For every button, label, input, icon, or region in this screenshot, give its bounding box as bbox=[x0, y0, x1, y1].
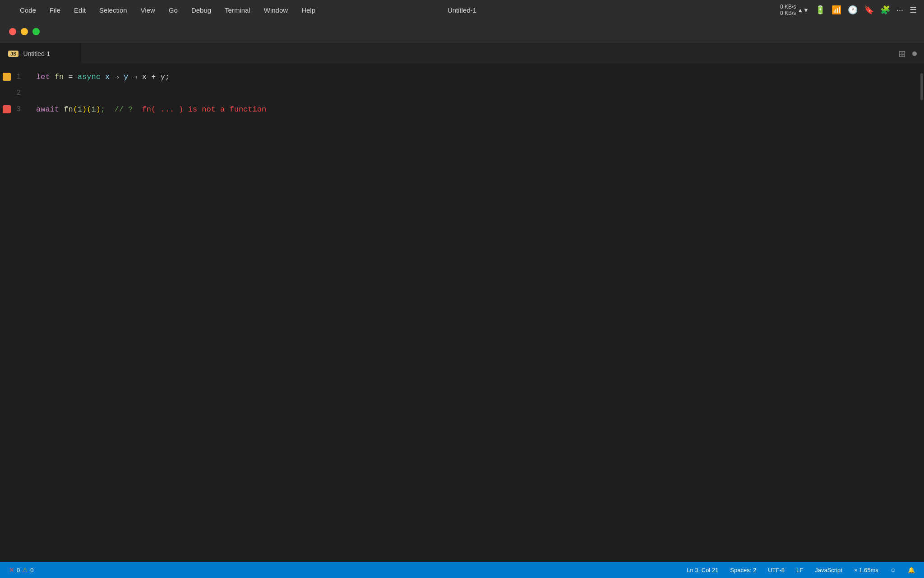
code-line-1: let fn = async x ⇒ y ⇒ x + y; bbox=[36, 69, 918, 85]
editor-area[interactable]: 1 2 3 let fn = async x ⇒ y ⇒ x + y; awai… bbox=[0, 64, 918, 562]
menu-file[interactable]: File bbox=[47, 5, 63, 15]
language-text: JavaScript bbox=[815, 567, 842, 573]
code-content[interactable]: let fn = async x ⇒ y ⇒ x + y; await fn(1… bbox=[27, 68, 918, 117]
network-icon: ▲▼ bbox=[797, 7, 809, 14]
statusbar-right: Ln 3, Col 21 Spaces: 2 UTF-8 LF JavaScri… bbox=[685, 567, 917, 573]
position-text: Ln 3, Col 21 bbox=[687, 567, 718, 573]
menubar-left: Code File Edit Selection View Go Debug T… bbox=[7, 5, 318, 15]
list-icon: ☰ bbox=[910, 5, 917, 15]
statusbar: ✕ 0 ⚠ 0 Ln 3, Col 21 Spaces: 2 UTF-8 LF … bbox=[0, 562, 924, 578]
tab-untitled1[interactable]: JS Untitled-1 bbox=[0, 43, 81, 64]
token-body: x + y; bbox=[138, 73, 170, 81]
menu-window[interactable]: Window bbox=[261, 5, 291, 15]
error-count[interactable]: ✕ 0 ⚠ 0 bbox=[7, 566, 35, 573]
code-line-2 bbox=[36, 85, 918, 101]
token-num2: 1 bbox=[91, 105, 96, 114]
spaces-text: Spaces: 2 bbox=[730, 567, 756, 573]
gutter: 1 2 3 bbox=[0, 68, 27, 117]
warning-number: 0 bbox=[30, 567, 33, 573]
file-encoding[interactable]: UTF-8 bbox=[766, 567, 786, 573]
scrollbar-thumb[interactable] bbox=[920, 73, 923, 100]
token-arrow2: ⇒ bbox=[133, 72, 137, 82]
bookmark-icon: 🔖 bbox=[864, 5, 874, 15]
window-title: Untitled-1 bbox=[448, 6, 476, 14]
tab-bar-actions: ⊞ bbox=[898, 43, 924, 64]
wifi-icon: 📶 bbox=[832, 5, 841, 15]
menu-edit[interactable]: Edit bbox=[71, 5, 88, 15]
tab-title: Untitled-1 bbox=[23, 50, 50, 57]
extension-icon: 🧩 bbox=[880, 5, 890, 15]
token-error-msg: fn( ... ) is not a function bbox=[142, 105, 266, 114]
scrollbar-track[interactable] bbox=[918, 64, 924, 562]
breakpoint-3[interactable] bbox=[3, 105, 11, 113]
battery-icon: 🔋 bbox=[815, 5, 825, 15]
token-fn-call: fn bbox=[64, 105, 73, 114]
menu-debug[interactable]: Debug bbox=[189, 5, 214, 15]
language-mode[interactable]: JavaScript bbox=[813, 567, 844, 573]
menu-go[interactable]: Go bbox=[166, 5, 180, 15]
token-num1: 1 bbox=[78, 105, 82, 114]
gutter-line-3: 3 bbox=[0, 101, 27, 117]
tab-bar: JS Untitled-1 ⊞ bbox=[0, 43, 924, 64]
token-arrow1: ⇒ bbox=[114, 72, 119, 82]
menu-selection[interactable]: Selection bbox=[97, 5, 130, 15]
token-comment: ; // ? bbox=[101, 105, 142, 114]
feedback-icon[interactable]: ☺ bbox=[888, 567, 898, 573]
js-badge: JS bbox=[8, 51, 18, 57]
error-icon: ✕ bbox=[9, 566, 14, 573]
more-icon: ··· bbox=[896, 5, 903, 15]
token-await: await bbox=[36, 105, 64, 114]
timing-text: × 1.65ms bbox=[854, 567, 878, 573]
token-async: async bbox=[78, 73, 101, 81]
bell-icon: 🔔 bbox=[908, 567, 915, 573]
warning-icon: ⚠ bbox=[22, 566, 28, 573]
maximize-button[interactable] bbox=[32, 28, 40, 35]
notification-bell[interactable]: 🔔 bbox=[906, 567, 917, 573]
indentation[interactable]: Spaces: 2 bbox=[728, 567, 758, 573]
encoding-text: UTF-8 bbox=[768, 567, 785, 573]
menubar-right: 0 KB/s0 KB/s ▲▼ 🔋 📶 🕐 🔖 🧩 ··· ☰ bbox=[780, 4, 917, 17]
gutter-line-1: 1 bbox=[0, 69, 27, 85]
dot-indicator bbox=[912, 51, 917, 56]
token-paren2: )( bbox=[82, 105, 91, 114]
smiley-icon: ☺ bbox=[890, 567, 896, 573]
token-paren1: ( bbox=[73, 105, 78, 114]
menu-view[interactable]: View bbox=[138, 5, 158, 15]
token-x: x bbox=[101, 73, 115, 81]
token-equals: = bbox=[64, 73, 78, 81]
cursor-position[interactable]: Ln 3, Col 21 bbox=[685, 567, 720, 573]
token-y: y bbox=[119, 73, 133, 81]
code-line-3: await fn(1)(1); // ? fn( ... ) is not a … bbox=[36, 101, 918, 117]
minimize-button[interactable] bbox=[21, 28, 28, 35]
traffic-lights-bar bbox=[0, 20, 924, 43]
menu-terminal[interactable]: Terminal bbox=[222, 5, 253, 15]
menu-code[interactable]: Code bbox=[17, 5, 39, 15]
token-fn-var: fn bbox=[55, 73, 64, 81]
token-let: let bbox=[36, 73, 55, 81]
menubar: Code File Edit Selection View Go Debug T… bbox=[0, 0, 924, 20]
token-paren3: ) bbox=[96, 105, 101, 114]
timing[interactable]: × 1.65ms bbox=[852, 567, 880, 573]
clock-icon: 🕐 bbox=[848, 5, 858, 15]
menu-help[interactable]: Help bbox=[299, 5, 318, 15]
gutter-line-2: 2 bbox=[0, 85, 27, 101]
split-editor-icon[interactable]: ⊞ bbox=[898, 48, 906, 59]
close-button[interactable] bbox=[9, 28, 16, 35]
line-ending[interactable]: LF bbox=[795, 567, 805, 573]
line-ending-text: LF bbox=[796, 567, 803, 573]
breakpoint-1[interactable] bbox=[3, 73, 11, 81]
error-number: 0 bbox=[17, 567, 20, 573]
statusbar-left: ✕ 0 ⚠ 0 bbox=[7, 566, 35, 573]
network-speed: 0 KB/s0 KB/s ▲▼ bbox=[780, 4, 809, 17]
